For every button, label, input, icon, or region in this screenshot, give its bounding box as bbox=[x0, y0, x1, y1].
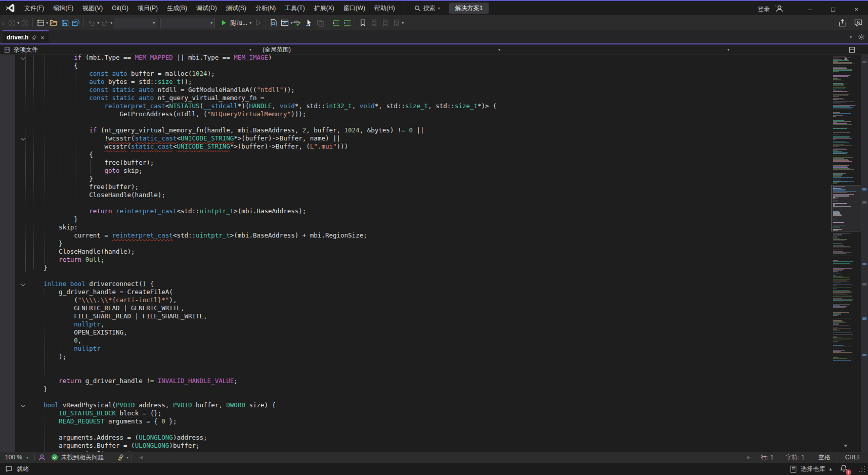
find-in-files-icon[interactable] bbox=[268, 17, 279, 29]
bookmark-next-icon[interactable] bbox=[379, 17, 390, 29]
code-cleanup-caret-icon[interactable]: ▾ bbox=[126, 455, 128, 460]
pin-icon[interactable] bbox=[32, 35, 37, 40]
menu-item-3[interactable]: Git(G) bbox=[107, 3, 133, 14]
menu-item-7[interactable]: 测试(S) bbox=[222, 3, 251, 14]
menu-item-2[interactable]: 视图(V) bbox=[78, 3, 107, 14]
notifications-button[interactable]: 1 bbox=[840, 464, 849, 473]
undo-icon[interactable] bbox=[86, 17, 97, 29]
code-editor[interactable]: if (mbi.Type == MEM_MAPPED || mbi.Type =… bbox=[0, 55, 868, 452]
code-line: } bbox=[44, 240, 497, 248]
start-without-debug-icon[interactable] bbox=[252, 17, 264, 29]
code-cleanup-broom-icon[interactable] bbox=[115, 451, 126, 463]
split-window-button[interactable] bbox=[845, 45, 868, 54]
bookmark-clear-icon[interactable] bbox=[390, 17, 402, 29]
whitespace-mode-indicator[interactable]: 空格 bbox=[811, 452, 838, 463]
menu-item-4[interactable]: 项目(P) bbox=[133, 3, 162, 14]
document-options-gear-icon[interactable] bbox=[858, 33, 865, 40]
code-line: ); bbox=[44, 353, 497, 361]
minimap-scrollbar[interactable] bbox=[831, 55, 860, 452]
code-line: ("\\\\.\\*{carti-ioctl}*"), bbox=[44, 296, 497, 304]
annotation-mark[interactable] bbox=[862, 283, 866, 286]
tab-driver-h[interactable]: driver.h × bbox=[3, 30, 49, 43]
close-button[interactable]: × bbox=[845, 2, 868, 16]
annotation-mark[interactable] bbox=[862, 263, 866, 265]
sign-in-button[interactable]: 登录 bbox=[758, 5, 770, 14]
code-line: READ_REQUEST arguments = { 0 }; bbox=[44, 417, 497, 425]
annotation-margin[interactable] bbox=[861, 55, 868, 452]
zoom-selector[interactable]: 100 % ▾ bbox=[0, 452, 31, 463]
menu-item-11[interactable]: 窗口(W) bbox=[339, 3, 370, 14]
menu-item-10[interactable]: 扩展(X) bbox=[310, 3, 339, 14]
toolbar-separator bbox=[266, 18, 266, 27]
menu-item-9[interactable]: 工具(T) bbox=[280, 3, 309, 14]
save-icon[interactable] bbox=[59, 17, 70, 29]
maximize-button[interactable]: □ bbox=[821, 2, 845, 16]
document-health-indicator[interactable]: 未找到相关问题 bbox=[46, 453, 109, 462]
scroll-down-icon[interactable] bbox=[844, 445, 848, 447]
code-line: arguments.Address = (ULONGLONG)address; bbox=[44, 434, 497, 442]
menu-item-1[interactable]: 编辑(E) bbox=[49, 3, 78, 14]
annotation-mark[interactable] bbox=[862, 354, 866, 356]
redo-caret-icon[interactable]: ▾ bbox=[110, 21, 112, 25]
cursor-line-indicator[interactable]: 行: 1 bbox=[755, 453, 779, 462]
annotation-mark[interactable] bbox=[862, 188, 866, 191]
save-all-icon[interactable] bbox=[70, 17, 81, 29]
share-icon[interactable] bbox=[838, 19, 847, 27]
code-line: inline bool driverconnect() { bbox=[44, 280, 497, 288]
selection-pointer-icon[interactable] bbox=[303, 17, 315, 29]
code-line: CloseHandle(handle); bbox=[44, 248, 497, 256]
bookmark-toggle-icon[interactable] bbox=[357, 17, 368, 29]
annotation-mark[interactable] bbox=[862, 61, 866, 63]
bookmark-previous-icon[interactable] bbox=[368, 17, 379, 29]
scope-dropdown[interactable]: (全局范围) ▾ bbox=[255, 45, 504, 54]
editor-window-icon[interactable] bbox=[279, 17, 290, 29]
navigate-back-icon[interactable] bbox=[6, 17, 17, 29]
minimap-viewport[interactable] bbox=[831, 185, 860, 231]
code-line bbox=[44, 393, 497, 401]
code-line: arguments.Buffer = (ULONGLONG)buffer; bbox=[44, 442, 497, 450]
new-project-icon[interactable] bbox=[35, 17, 46, 29]
start-debug-button[interactable]: 附加... ▾ bbox=[220, 17, 252, 29]
menu-item-5[interactable]: 生成(B) bbox=[162, 3, 192, 14]
solution-config-combobox[interactable]: ▾ bbox=[114, 18, 157, 28]
project-dropdown[interactable]: +​+ 杂项文件 ▾ bbox=[0, 45, 255, 54]
solution-badge[interactable]: 解决方案1 bbox=[449, 3, 489, 14]
navigate-forward-icon[interactable] bbox=[19, 17, 30, 29]
annotation-mark[interactable] bbox=[862, 201, 866, 204]
search-box[interactable]: 搜索 ▾ bbox=[410, 3, 444, 14]
code-line: current = reinterpret_cast<std::uintptr_… bbox=[44, 231, 497, 240]
redo-icon[interactable] bbox=[99, 17, 110, 29]
account-icon[interactable]: + bbox=[775, 4, 785, 14]
resize-grip[interactable] bbox=[859, 466, 865, 472]
horizontal-scrollbar[interactable] bbox=[147, 452, 743, 463]
line-ending-indicator[interactable]: CRLF bbox=[838, 452, 868, 463]
code-line: CloseHandle(handle); bbox=[44, 191, 497, 199]
open-file-icon[interactable] bbox=[48, 17, 59, 29]
presence-avatar-icon[interactable] bbox=[38, 453, 46, 461]
hscroll-left-icon[interactable]: ◀ bbox=[135, 455, 147, 460]
menu-item-6[interactable]: 调试(D) bbox=[192, 3, 222, 14]
bookmark-caret-icon[interactable]: ▾ bbox=[402, 21, 404, 25]
indent-decrease-icon[interactable] bbox=[330, 17, 341, 29]
indent-increase-icon[interactable] bbox=[341, 17, 353, 29]
select-repository-button[interactable]: 选择仓库 ▲ bbox=[790, 465, 833, 473]
code-line: } bbox=[44, 264, 497, 272]
menu-item-12[interactable]: 帮助(H) bbox=[370, 3, 400, 14]
menu-item-0[interactable]: 文件(F) bbox=[20, 3, 49, 14]
tab-list-caret-icon[interactable]: ▾ bbox=[850, 35, 852, 39]
toolbar-grip[interactable]: ⁞⁞ bbox=[2, 20, 4, 26]
annotation-mark[interactable] bbox=[862, 317, 866, 320]
copy-lines-icon[interactable] bbox=[315, 17, 326, 29]
tab-close-icon[interactable]: × bbox=[40, 34, 45, 41]
hscroll-right-icon[interactable]: ▶ bbox=[743, 455, 755, 460]
cursor-column-indicator[interactable]: 字符: 1 bbox=[779, 453, 810, 462]
menu-item-8[interactable]: 分析(N) bbox=[251, 3, 281, 14]
solution-platform-combobox[interactable]: ▾ bbox=[160, 18, 215, 28]
feedback-icon[interactable] bbox=[854, 19, 863, 27]
spell-check-icon[interactable]: abc bbox=[292, 17, 303, 29]
status-bar: 就绪 选择仓库 ▲ 1 bbox=[0, 463, 868, 475]
member-dropdown[interactable]: ▾ bbox=[504, 45, 845, 54]
code-content[interactable]: if (mbi.Type == MEM_MAPPED || mbi.Type =… bbox=[0, 55, 497, 452]
minimize-button[interactable]: – bbox=[798, 2, 821, 16]
code-line: } bbox=[44, 385, 497, 393]
